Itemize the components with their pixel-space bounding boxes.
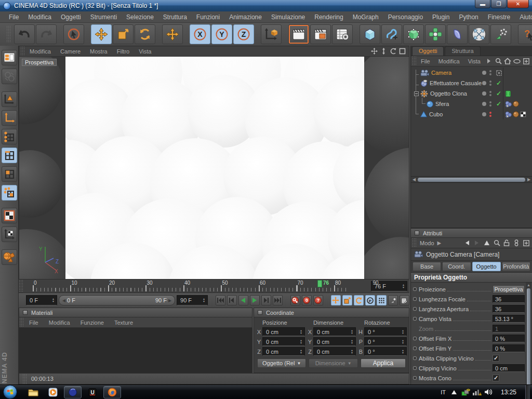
primitive-cube-button[interactable]	[360, 24, 380, 44]
viewport-menu-mostra[interactable]: Mostra	[85, 47, 112, 56]
render-region-button[interactable]	[310, 24, 331, 44]
visibility-dots[interactable]	[489, 81, 491, 86]
property-value[interactable]: 53.13 °	[493, 315, 525, 323]
keyframe-presets-button[interactable]	[400, 295, 409, 305]
timeline-grip[interactable]	[19, 280, 23, 292]
range-start-field[interactable]: 0 F▴▾	[26, 295, 57, 305]
cinema4d-app-taskbar-button[interactable]	[64, 386, 82, 398]
record-position-button[interactable]	[331, 295, 341, 305]
status-grip[interactable]	[22, 374, 27, 384]
attr-tab-profondit[interactable]: Profondità	[502, 262, 530, 271]
material-tag[interactable]	[513, 111, 519, 117]
layer-dot[interactable]	[482, 102, 486, 106]
points-mode-button[interactable]	[2, 129, 17, 144]
network-icon[interactable]	[462, 389, 469, 396]
show-desktop-button[interactable]	[525, 385, 530, 399]
keyframe-dot[interactable]	[413, 337, 417, 340]
add-panel-icon[interactable]	[523, 58, 530, 65]
visibility-dots[interactable]	[489, 112, 491, 117]
move-button[interactable]	[91, 24, 112, 44]
prev-key-button[interactable]	[227, 295, 237, 305]
timeline-range-slider[interactable]: ◀0 F90 F▶	[59, 295, 175, 305]
menu-personaggio[interactable]: Personaggio	[383, 12, 428, 22]
dimensione-z-field[interactable]: 0 cm▴▾	[313, 347, 356, 356]
property-value[interactable]: 36	[493, 295, 525, 303]
lock-icon[interactable]	[503, 240, 510, 247]
submenu-arrow-icon[interactable]	[485, 58, 493, 65]
viewport-grip[interactable]	[20, 46, 25, 56]
keyframe-dot[interactable]	[413, 347, 417, 350]
menu-modifica[interactable]: Modifica	[23, 12, 56, 22]
attr-tab-coord[interactable]: Coord.	[442, 262, 471, 271]
texture-tag[interactable]	[520, 111, 526, 117]
deformer-button[interactable]	[447, 24, 468, 44]
range-start-field-spinner[interactable]: ▴▾	[51, 298, 56, 303]
rotazione-p-field[interactable]: 0 °▴▾	[364, 337, 407, 346]
phong-tag[interactable]	[505, 101, 512, 108]
property-checkbox[interactable]: ✓	[493, 355, 499, 362]
panel-icon[interactable]	[415, 231, 419, 235]
submenu-arrow-icon[interactable]: ▶	[437, 240, 442, 246]
layer-dot[interactable]	[482, 91, 486, 96]
model-mode-button[interactable]	[2, 91, 17, 107]
enable-state[interactable]: ✓	[495, 79, 503, 87]
last-tool-button[interactable]	[162, 24, 183, 44]
cloner-button[interactable]	[425, 24, 446, 44]
close-button[interactable]: ✕	[507, 0, 529, 8]
undo-button[interactable]	[14, 24, 35, 44]
keyframe-dot[interactable]	[413, 287, 417, 291]
property-value[interactable]: 36	[493, 305, 525, 313]
menu-file[interactable]: File	[4, 12, 23, 22]
menu-animazione[interactable]: Animazione	[224, 12, 267, 22]
layer-dot[interactable]	[482, 112, 486, 116]
om-menu-modifica[interactable]: Modifica	[434, 57, 464, 65]
orbit-icon[interactable]	[390, 48, 396, 55]
fields-button[interactable]	[469, 24, 489, 44]
volume-icon[interactable]	[485, 389, 492, 396]
lock-z-button[interactable]: Z	[233, 24, 254, 44]
restore-button[interactable]: ❐	[491, 0, 507, 8]
cache-tag[interactable]	[505, 90, 511, 97]
viewport-menu-camere[interactable]: Camere	[56, 47, 85, 56]
menu-selezione[interactable]: Selezione	[122, 12, 158, 22]
object-axis-button[interactable]	[2, 110, 17, 126]
enable-state[interactable]: ✓	[495, 90, 503, 97]
object-row-oggetto-clona[interactable]: Oggetto Clona✓	[411, 88, 532, 99]
visibility-dots[interactable]	[489, 91, 491, 96]
enable-state[interactable]: ✓	[495, 100, 503, 108]
record-parameter-button[interactable]: P	[365, 295, 375, 305]
property-value[interactable]: 0 cm	[493, 364, 525, 372]
help-button[interactable]: ?	[518, 24, 532, 44]
tab-oggetti[interactable]: Oggetti	[412, 46, 444, 56]
viewport-canvas[interactable]: Prospettiva Y Z X	[19, 57, 409, 279]
enable-objects-button[interactable]	[2, 249, 17, 265]
viewport-menu-vista[interactable]: Vista	[134, 47, 156, 56]
posizione-y-field[interactable]: 0 cm▴▾	[262, 337, 305, 346]
subdivision-button[interactable]	[403, 24, 424, 44]
timeline-track[interactable]: 010203040506070809076	[31, 280, 370, 292]
om-grip[interactable]	[412, 56, 417, 66]
back-icon[interactable]	[463, 240, 471, 247]
render-settings-button[interactable]	[332, 24, 353, 44]
maximize-icon[interactable]	[399, 48, 406, 55]
taskbar-clock[interactable]: 13:25	[501, 389, 516, 396]
spline-button[interactable]	[381, 24, 402, 44]
om-menu-vista[interactable]: Vista	[464, 57, 485, 65]
keyframe-dot[interactable]	[413, 317, 417, 321]
object-row-effettuatore-casuale[interactable]: Effettuatore Casuale✓	[411, 78, 532, 88]
posizione-x-field[interactable]: 0 cm▴▾	[262, 327, 305, 336]
layer-dot[interactable]	[482, 71, 486, 75]
toolbar-grip[interactable]	[6, 25, 11, 43]
play-backward-button[interactable]	[238, 295, 248, 305]
menu-struttura[interactable]: Struttura	[158, 12, 192, 22]
layout-button[interactable]	[2, 50, 17, 65]
menu-mograph[interactable]: MoGraph	[348, 12, 383, 22]
materials-menu-funzione[interactable]: Funzione	[75, 318, 109, 327]
visibility-dots[interactable]	[489, 70, 491, 75]
up-icon[interactable]	[483, 240, 490, 247]
coordinate-system-button[interactable]	[261, 24, 282, 44]
tab-struttura[interactable]: Struttura	[445, 46, 480, 56]
emitter-button[interactable]	[490, 24, 511, 44]
menu-python[interactable]: Python	[454, 12, 483, 22]
property-value[interactable]: 0 %	[493, 335, 525, 342]
